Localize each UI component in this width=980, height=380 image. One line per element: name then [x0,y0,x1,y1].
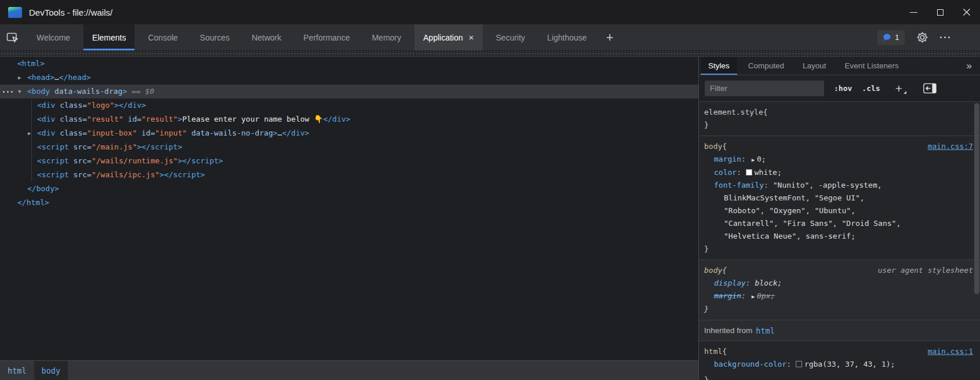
dom-tree-row[interactable]: <script src="/wails/ipc.js"></script> [0,168,698,182]
expand-arrow-icon[interactable]: ▶ [18,71,21,85]
styles-tab-layout[interactable]: Layout [795,57,834,75]
css-selector[interactable]: html [704,345,722,358]
more-tabs-chevron-icon[interactable]: » [959,57,980,75]
close-button[interactable] [953,0,980,24]
minimize-button[interactable] [900,0,927,24]
add-panel-button[interactable]: + [598,24,622,50]
stylesheet-link[interactable]: main.css:1 [928,345,973,358]
property-value: 8px; [757,291,775,300]
minimize-icon [910,12,917,13]
tab-memory[interactable]: Memory [363,24,410,50]
toolbar-right-group: 1 [877,24,980,50]
styles-tab-computed[interactable]: Computed [741,57,792,75]
toggle-computed-sidebar-button[interactable] [923,83,937,94]
color-swatch[interactable] [746,169,752,176]
expand-shorthand-icon[interactable]: ▶ [752,157,755,163]
tab-elements[interactable]: Elements [83,24,134,50]
tab-label: Security [496,33,526,42]
breadcrumb-item-body[interactable]: body [34,361,68,380]
tab-network[interactable]: Network [243,24,290,50]
tab-label: Lighthouse [547,33,587,42]
dom-tree-row[interactable]: </body> [0,182,698,196]
toggle-hover-state-button[interactable]: :hov [834,84,852,93]
token-tag: <html> [17,59,45,68]
breadcrumb-item-html[interactable]: html [0,361,34,380]
dom-node-text: <div class="result" id="result">Please e… [0,115,351,123]
tab-label: Application [423,33,463,42]
dom-tree-row[interactable]: <div class="logo"></div> [0,98,698,112]
css-selector[interactable]: element.style [704,106,763,119]
property-name: text-align [714,372,759,374]
dom-tree-row[interactable]: </html> [0,196,698,210]
window-title: DevTools - file://wails/ [29,8,900,17]
dom-tree-row[interactable]: <html> [0,57,698,71]
property-colon: : [764,181,773,189]
tab-security[interactable]: Security [487,24,534,50]
issues-counter[interactable]: 1 [877,30,904,45]
dom-node-text: <div class="input-box" id="input" data-w… [0,129,309,137]
property-colon: : [759,372,764,374]
property-colon: : [741,155,751,163]
dom-tree-row[interactable]: ▼<body data-wails-drag> == $0 [0,85,698,98]
token-txt: … [54,73,59,82]
token-attr: class= [55,115,87,123]
token-val: "input" [155,129,187,137]
property-value-wrap: BlinkMacSystemFont, "Segoe UI", [704,192,973,204]
tab-welcome[interactable]: Welcome [28,24,79,50]
inherited-node-link[interactable]: html [756,326,775,335]
css-property[interactable]: font-family: "Nunito", -apple-system, [704,179,973,192]
dom-tree-row[interactable]: <script src="/main.js"></script> [0,140,698,154]
issues-count: 1 [895,33,899,42]
property-name: font-family [714,181,764,189]
user-agent-stylesheet-label: user agent stylesheet [878,264,973,277]
tab-lighthouse[interactable]: Lighthouse [538,24,596,50]
stylesheet-link[interactable]: main.css:7 [928,140,973,153]
dom-tree-row[interactable]: ▶<head>…</head> [0,71,698,85]
node-menu-dots-icon[interactable] [3,91,13,93]
new-style-rule-button[interactable]: + [895,82,902,94]
token-tag: > [159,170,164,179]
token-val: "result" [141,115,178,123]
expand-shorthand-icon[interactable]: ▶ [752,294,755,299]
more-options-button[interactable] [940,36,950,39]
styles-scrollbar-thumb[interactable] [974,103,979,294]
tab-console[interactable]: Console [139,24,186,50]
token-tag: </div> [119,101,146,109]
expand-arrow-icon[interactable]: ▶ [28,126,31,140]
tab-sources[interactable]: Sources [191,24,238,50]
dom-tree-row[interactable]: <script src="/wails/runtime.js"></script… [0,154,698,168]
maximize-button[interactable] [927,0,953,24]
collapse-arrow-icon[interactable]: ▼ [18,85,21,98]
css-rule-header: element.style { [704,106,973,119]
token-attr: data-wails-drag [50,87,122,96]
color-swatch[interactable] [796,361,802,367]
toggle-classes-button[interactable]: .cls [862,84,880,93]
window-controls [900,0,980,24]
token-attr: id= [137,129,155,137]
dom-tree-row[interactable]: <div class="result" id="result">Please e… [0,112,698,126]
settings-button[interactable] [916,31,928,43]
token-txt: Please enter your name below [183,115,314,123]
styles-filter-input[interactable] [705,81,824,96]
css-property[interactable]: margin: ▶0; [704,153,973,166]
token-emoji: 👇 [314,115,323,123]
tab-performance[interactable]: Performance [295,24,359,50]
css-selector[interactable]: body [704,140,722,153]
css-selector[interactable]: body [704,264,722,277]
close-tab-icon[interactable]: × [469,33,474,42]
css-property[interactable]: margin: ▶8px; [704,290,973,303]
issues-bubble-icon [883,33,891,42]
css-property[interactable]: background-color: rgba(33, 37, 43, 1); [704,358,973,371]
dom-node-text: <html> [0,59,45,68]
dom-node-text: <script src="/wails/runtime.js"></script… [0,156,223,165]
property-value-wrap: "Helvetica Neue", sans-serif; [704,230,973,243]
dom-tree-row[interactable]: ▶<div class="input-box" id="input" data-… [0,126,698,140]
css-property[interactable]: display: block; [704,277,973,290]
styles-tab-event-listeners[interactable]: Event Listeners [837,57,906,75]
styles-tab-styles[interactable]: Styles [701,57,737,75]
inspect-element-button[interactable] [0,24,25,50]
tab-application[interactable]: Application× [414,24,482,50]
token-tag: </head> [59,73,91,82]
open-brace: { [722,140,727,153]
css-property[interactable]: color: white; [704,166,973,179]
